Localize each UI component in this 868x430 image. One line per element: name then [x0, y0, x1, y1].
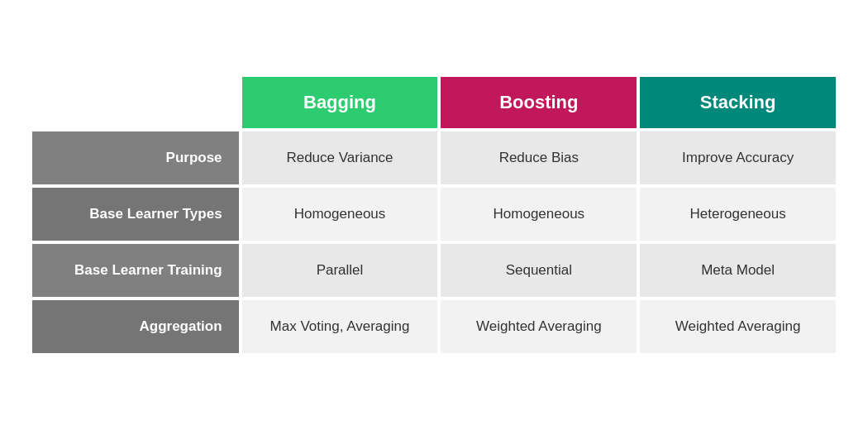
table-row-purpose: Purpose Reduce Variance Reduce Bias Impr… — [32, 131, 836, 184]
header-empty-cell — [32, 77, 239, 128]
cell-blt-boosting: Homogeneous — [441, 188, 637, 241]
cell-purpose-stacking: Improve Accuracy — [640, 131, 836, 184]
row-label-aggregation: Aggregation — [32, 300, 239, 353]
header-boosting: Boosting — [441, 77, 637, 128]
cell-blt-stacking: Heterogeneous — [640, 188, 836, 241]
cell-agg-stacking: Weighted Averaging — [640, 300, 836, 353]
table-row-base-learner-training: Base Learner Training Parallel Sequentia… — [32, 244, 836, 297]
table-header-row: Bagging Boosting Stacking — [32, 77, 836, 128]
header-stacking: Stacking — [640, 77, 836, 128]
table-row-base-learner-types: Base Learner Types Homogeneous Homogeneo… — [32, 188, 836, 241]
cell-bltr-boosting: Sequential — [441, 244, 637, 297]
row-label-purpose: Purpose — [32, 131, 239, 184]
comparison-table: Bagging Boosting Stacking Purpose Reduce… — [29, 74, 839, 356]
cell-agg-bagging: Max Voting, Averaging — [242, 300, 438, 353]
row-label-base-learner-types: Base Learner Types — [32, 188, 239, 241]
cell-bltr-bagging: Parallel — [242, 244, 438, 297]
table-row-aggregation: Aggregation Max Voting, Averaging Weight… — [32, 300, 836, 353]
cell-purpose-bagging: Reduce Variance — [242, 131, 438, 184]
cell-agg-boosting: Weighted Averaging — [441, 300, 637, 353]
row-label-base-learner-training: Base Learner Training — [32, 244, 239, 297]
header-bagging: Bagging — [242, 77, 438, 128]
cell-blt-bagging: Homogeneous — [242, 188, 438, 241]
cell-purpose-boosting: Reduce Bias — [441, 131, 637, 184]
cell-bltr-stacking: Meta Model — [640, 244, 836, 297]
